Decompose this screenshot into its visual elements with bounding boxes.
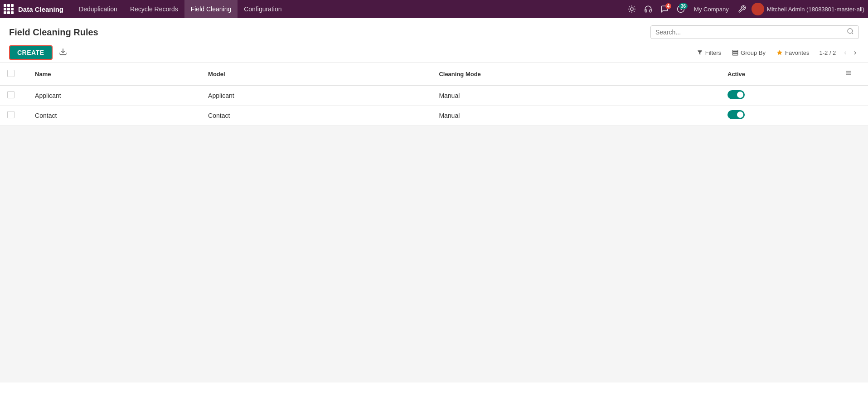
svg-rect-7	[732, 52, 738, 53]
row-settings-cell	[836, 106, 868, 126]
row-cleaning-mode-cell: Manual	[432, 85, 720, 106]
row-checkbox[interactable]	[7, 91, 15, 98]
table-header: Name Model Cleaning Mode Active	[0, 63, 868, 86]
clock-icon-btn[interactable]: 36	[674, 3, 688, 15]
toolbar-right: Filters Group By Favorites 1-2 / 2 ‹ ›	[692, 47, 859, 58]
menu-recycle-records[interactable]: Recycle Records	[124, 0, 184, 18]
favorites-button[interactable]: Favorites	[772, 47, 814, 58]
column-settings-button[interactable]	[843, 68, 854, 80]
field-cleaning-rules-table: Name Model Cleaning Mode Active	[0, 63, 868, 126]
clock-badge: 36	[679, 3, 688, 9]
top-navigation: Data Cleaning Deduplication Recycle Reco…	[0, 0, 868, 18]
col-header-model: Model	[201, 63, 432, 86]
pagination-next-button[interactable]: ›	[851, 47, 859, 58]
row-checkbox-cell	[0, 106, 28, 126]
svg-marker-9	[777, 50, 782, 55]
table-row[interactable]: Applicant Applicant Manual ✓	[0, 85, 868, 106]
active-toggle[interactable]: ✓	[727, 90, 745, 99]
svg-rect-8	[732, 54, 738, 55]
col-header-active: Active	[720, 63, 836, 86]
pagination-prev-button[interactable]: ‹	[841, 47, 849, 58]
col-header-cleaning-mode: Cleaning Mode	[432, 63, 720, 86]
user-name[interactable]: Mitchell Admin (18083801-master-all)	[767, 6, 864, 13]
row-name-cell: Applicant	[28, 85, 201, 106]
page-title: Field Cleaning Rules	[9, 27, 98, 38]
row-model-cell: Applicant	[201, 85, 432, 106]
chat-badge: 4	[665, 3, 672, 9]
table-body: Applicant Applicant Manual ✓	[0, 85, 868, 126]
app-grid-icon[interactable]	[4, 4, 14, 14]
page-header: Field Cleaning Rules	[0, 18, 868, 43]
select-all-checkbox-header	[0, 63, 28, 86]
group-by-button[interactable]: Group By	[727, 47, 770, 58]
row-active-cell: ✓	[720, 85, 836, 106]
bug-icon-btn[interactable]	[625, 3, 639, 15]
table-container: Name Model Cleaning Mode Active	[0, 63, 868, 126]
content-area: Field Cleaning Rules CREATE Filters Grou…	[0, 18, 868, 402]
svg-point-0	[630, 8, 633, 10]
svg-point-2	[756, 5, 760, 9]
row-active-cell: ✓	[720, 106, 836, 126]
svg-rect-6	[732, 50, 738, 52]
topnav-right-section: 4 36 My Company Mitchell Admin (18083801…	[625, 3, 864, 15]
select-all-checkbox[interactable]	[7, 70, 15, 77]
active-toggle[interactable]: ✓	[727, 110, 745, 119]
table-row[interactable]: Contact Contact Manual ✓	[0, 106, 868, 126]
row-cleaning-mode-cell: Manual	[432, 106, 720, 126]
toolbar: CREATE Filters Group By Favorites 1-2 / …	[0, 43, 868, 63]
filters-button[interactable]: Filters	[692, 47, 726, 58]
search-input[interactable]	[655, 29, 847, 36]
menu-configuration[interactable]: Configuration	[238, 0, 288, 18]
top-menu: Deduplication Recycle Records Field Clea…	[73, 0, 625, 18]
create-button[interactable]: CREATE	[9, 45, 53, 60]
search-bar	[650, 25, 859, 39]
svg-line-4	[852, 33, 853, 34]
row-model-cell: Contact	[201, 106, 432, 126]
menu-deduplication[interactable]: Deduplication	[73, 0, 124, 18]
col-header-name: Name	[28, 63, 201, 86]
row-settings-cell	[836, 85, 868, 106]
svg-point-3	[848, 29, 853, 34]
chat-icon-btn[interactable]: 4	[658, 3, 671, 15]
empty-content-area	[0, 126, 868, 383]
headset-icon-btn[interactable]	[641, 3, 655, 15]
wrench-icon-btn[interactable]	[735, 3, 749, 15]
user-avatar[interactable]	[752, 3, 764, 15]
menu-field-cleaning[interactable]: Field Cleaning	[184, 0, 238, 18]
download-button[interactable]	[56, 46, 70, 60]
row-checkbox-cell	[0, 85, 28, 106]
col-header-settings	[836, 63, 868, 86]
toggle-check-icon: ✓	[739, 112, 742, 117]
row-name-cell: Contact	[28, 106, 201, 126]
toggle-check-icon: ✓	[739, 92, 742, 97]
row-checkbox[interactable]	[7, 111, 15, 118]
company-name[interactable]: My Company	[690, 6, 732, 13]
app-title: Data Cleaning	[18, 5, 63, 13]
search-icon[interactable]	[847, 28, 854, 37]
pagination-info: 1-2 / 2	[815, 49, 839, 56]
